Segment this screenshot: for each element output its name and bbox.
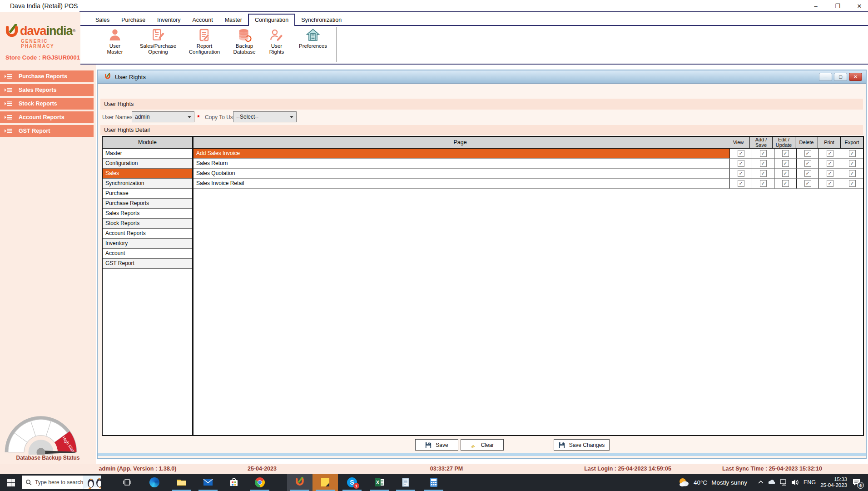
- sidebar-item-sales-reports[interactable]: Sales Reports: [0, 84, 94, 96]
- taskbar-edge[interactable]: [144, 474, 164, 491]
- tab-synchronization[interactable]: Synchronization: [295, 15, 347, 25]
- perm-header-export: Export: [840, 137, 863, 148]
- checkbox-print[interactable]: ✓: [827, 170, 833, 177]
- checkbox-print[interactable]: ✓: [827, 160, 833, 167]
- checkbox-export[interactable]: ✓: [849, 160, 856, 167]
- taskbar-skype[interactable]: S 1: [342, 474, 362, 491]
- module-row-stock-reports[interactable]: Stock Reports: [103, 219, 192, 229]
- permission-cell: ✓: [841, 149, 863, 159]
- dialog-minimize-button[interactable]: —: [819, 73, 832, 81]
- module-row-account-reports[interactable]: Account Reports: [103, 229, 192, 239]
- start-button[interactable]: [0, 474, 22, 491]
- sidebar-item-purchase-reports[interactable]: Purchase Reports: [0, 70, 94, 82]
- checkbox-view[interactable]: ✓: [738, 170, 744, 177]
- permission-cell: ✓: [841, 169, 863, 179]
- window-close-button[interactable]: ✕: [855, 3, 863, 10]
- sidebar-item-account-reports[interactable]: Account Reports: [0, 111, 94, 123]
- taskbar-calculator[interactable]: [424, 474, 444, 491]
- ribbon-report-configuration[interactable]: Report Configuration: [179, 28, 229, 55]
- checkbox-view[interactable]: ✓: [738, 160, 744, 167]
- module-row-synchronization[interactable]: Synchronization: [103, 179, 192, 189]
- tray-clock[interactable]: 15:33 25-04-2023: [819, 474, 847, 491]
- ribbon-backup-database[interactable]: Backup Database: [225, 28, 264, 55]
- checkbox-add-save[interactable]: ✓: [760, 180, 767, 187]
- taskbar-excel[interactable]: X: [369, 474, 389, 491]
- clear-button[interactable]: Clear: [461, 439, 504, 451]
- taskbar-search[interactable]: Type here to search: [22, 476, 101, 489]
- dialog-maximize-button[interactable]: ▢: [834, 73, 847, 81]
- tray-volume[interactable]: [790, 474, 799, 491]
- checkbox-export[interactable]: ✓: [849, 180, 856, 187]
- tray-language[interactable]: ENG: [804, 474, 816, 491]
- checkbox-add-save[interactable]: ✓: [760, 160, 767, 167]
- module-row-account[interactable]: Account: [103, 249, 192, 259]
- module-row-gst-report[interactable]: GST Report: [103, 259, 192, 269]
- checkbox-print[interactable]: ✓: [827, 150, 833, 157]
- checkbox-view[interactable]: ✓: [738, 150, 744, 157]
- taskbar-sticky-notes[interactable]: [312, 474, 338, 491]
- page-name[interactable]: Sales Quotation: [193, 169, 729, 179]
- module-row-sales[interactable]: Sales: [103, 169, 192, 179]
- module-row-configuration[interactable]: Configuration: [103, 159, 192, 169]
- copy-to-user-select[interactable]: --Select--: [233, 111, 297, 122]
- ribbon-user-master[interactable]: User Master: [98, 28, 132, 55]
- user-names-select[interactable]: admin: [132, 111, 194, 122]
- checkbox-edit-update[interactable]: ✓: [782, 170, 789, 177]
- permission-cell: ✓: [774, 159, 796, 169]
- tab-account[interactable]: Account: [187, 15, 219, 25]
- taskbar-dava-pos[interactable]: [287, 474, 312, 491]
- taskbar-store[interactable]: [224, 474, 244, 491]
- checkbox-delete[interactable]: ✓: [804, 180, 811, 187]
- ribbon-preferences[interactable]: Preferences: [295, 28, 331, 49]
- checkbox-delete[interactable]: ✓: [804, 170, 811, 177]
- tray-onedrive[interactable]: [768, 474, 777, 491]
- store-icon: [229, 477, 239, 487]
- checkbox-view[interactable]: ✓: [738, 180, 744, 187]
- checkbox-print[interactable]: ✓: [827, 180, 833, 187]
- weather-widget[interactable]: 40°C Mostly sunny: [678, 474, 747, 491]
- checkbox-export[interactable]: ✓: [849, 170, 856, 177]
- module-row-purchase-reports[interactable]: Purchase Reports: [103, 199, 192, 209]
- page-name[interactable]: Add Sales Invoice: [193, 149, 729, 159]
- ribbon-sales-purchase-opening[interactable]: Sales/Purchase Opening: [134, 28, 182, 55]
- tab-purchase[interactable]: Purchase: [115, 15, 151, 25]
- tray-network[interactable]: [779, 474, 788, 491]
- checkbox-delete[interactable]: ✓: [804, 150, 811, 157]
- module-row-sales-reports[interactable]: Sales Reports: [103, 209, 192, 219]
- module-row-master[interactable]: Master: [103, 149, 192, 159]
- module-row-inventory[interactable]: Inventory: [103, 239, 192, 249]
- tab-configuration[interactable]: Configuration: [248, 14, 295, 26]
- sidebar-item-stock-reports[interactable]: Stock Reports: [0, 98, 94, 110]
- checkbox-edit-update[interactable]: ✓: [782, 180, 789, 187]
- checkbox-add-save[interactable]: ✓: [760, 150, 767, 157]
- notification-center[interactable]: 6: [852, 474, 861, 491]
- page-name[interactable]: Sales Invoice Retail: [193, 179, 729, 189]
- ribbon-user-rights[interactable]: User Rights: [264, 28, 289, 55]
- checkbox-edit-update[interactable]: ✓: [782, 150, 789, 157]
- module-row-purchase[interactable]: Purchase: [103, 189, 192, 199]
- taskbar-mail[interactable]: [198, 474, 218, 491]
- taskbar-chrome[interactable]: [250, 474, 270, 491]
- tab-master[interactable]: Master: [219, 15, 248, 25]
- page-name[interactable]: Sales Return: [193, 159, 729, 169]
- save-button[interactable]: Save: [415, 439, 458, 451]
- taskbar-file-explorer[interactable]: [172, 474, 192, 491]
- dialog-titlebar[interactable]: User Rights — ▢ ✕: [98, 70, 866, 84]
- tab-sales[interactable]: Sales: [89, 15, 115, 25]
- permission-cell: ✓: [841, 159, 863, 169]
- taskbar-notepad[interactable]: [396, 474, 416, 491]
- task-view-button[interactable]: [117, 474, 137, 491]
- sidebar-item-label: GST Report: [19, 128, 50, 134]
- window-restore-button[interactable]: ❐: [833, 3, 842, 10]
- sticky-notes-icon: [320, 477, 330, 487]
- checkbox-add-save[interactable]: ✓: [760, 170, 767, 177]
- save-changes-button[interactable]: Save Changes: [554, 439, 610, 451]
- window-minimize-button[interactable]: –: [812, 3, 820, 10]
- checkbox-edit-update[interactable]: ✓: [782, 160, 789, 167]
- checkbox-delete[interactable]: ✓: [804, 160, 811, 167]
- tray-chevron[interactable]: [758, 474, 764, 491]
- tab-inventory[interactable]: Inventory: [151, 15, 186, 25]
- dialog-close-button[interactable]: ✕: [849, 73, 862, 81]
- checkbox-export[interactable]: ✓: [849, 150, 856, 157]
- sidebar-item-gst-report[interactable]: GST Report: [0, 125, 94, 137]
